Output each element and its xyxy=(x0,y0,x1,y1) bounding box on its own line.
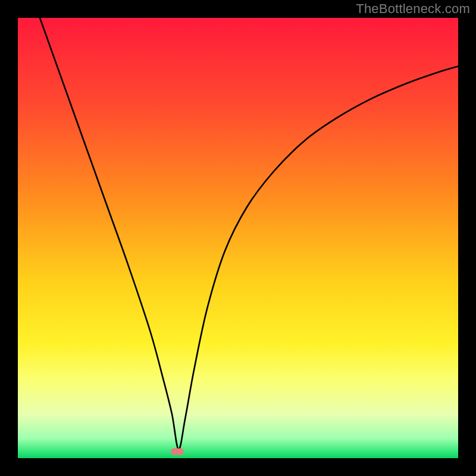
chart-frame: TheBottleneck.com xyxy=(0,0,476,476)
optimal-point-marker xyxy=(171,448,184,455)
bottleneck-curve xyxy=(18,18,458,458)
plot-area xyxy=(18,18,458,458)
watermark-text: TheBottleneck.com xyxy=(356,1,470,17)
